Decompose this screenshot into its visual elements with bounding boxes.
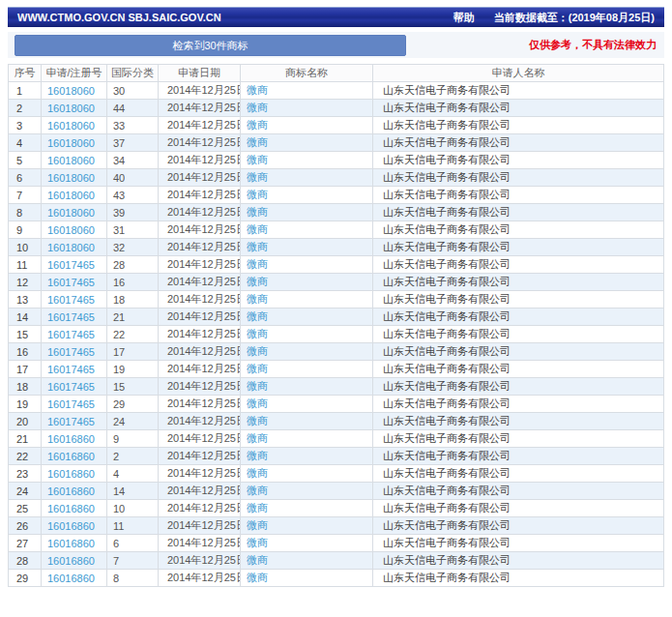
serial-number-cell: 6 — [9, 169, 42, 187]
registration-number-link[interactable]: 16017465 — [47, 381, 95, 393]
registration-number-link[interactable]: 16016860 — [47, 555, 95, 567]
trademark-name-link[interactable]: 微商 — [247, 154, 268, 165]
intl-class-cell: 39 — [107, 204, 159, 221]
registration-number-link[interactable]: 16018060 — [47, 190, 95, 201]
trademark-name-link[interactable]: 微商 — [247, 223, 268, 235]
trademark-name-link[interactable]: 微商 — [247, 206, 268, 218]
intl-class-cell: 16 — [107, 274, 159, 291]
registration-number-link-cell: 16017465 — [42, 343, 107, 361]
trademark-name-link[interactable]: 微商 — [247, 84, 268, 96]
trademark-name-link[interactable]: 微商 — [247, 310, 268, 322]
trademark-name-link[interactable]: 微商 — [247, 328, 268, 339]
trademark-name-link[interactable]: 微商 — [247, 102, 268, 113]
registration-number-link[interactable]: 16016860 — [47, 503, 95, 514]
trademark-name-link[interactable]: 微商 — [247, 171, 268, 183]
registration-number-link[interactable]: 16018060 — [47, 120, 95, 132]
registration-number-link[interactable]: 16016860 — [47, 451, 95, 462]
applicant-name-cell: 山东天信电子商务有限公司 — [373, 291, 664, 308]
registration-number-link[interactable]: 16017465 — [47, 416, 95, 427]
trademark-name-link-cell: 微商 — [241, 326, 373, 343]
applicant-name-cell: 山东天信电子商务有限公司 — [373, 396, 664, 413]
registration-number-link[interactable]: 16018060 — [47, 155, 95, 166]
help-link[interactable]: 帮助 — [453, 11, 475, 25]
table-row: 291601686082014年12月25日微商山东天信电子商务有限公司 — [9, 570, 664, 587]
trademark-name-link[interactable]: 微商 — [247, 119, 268, 131]
serial-number-cell: 8 — [9, 204, 42, 221]
trademark-name-link[interactable]: 微商 — [247, 572, 268, 583]
table-row: 1416017465212014年12月25日微商山东天信电子商务有限公司 — [9, 308, 664, 326]
trademark-name-link[interactable]: 微商 — [247, 363, 268, 374]
registration-number-link[interactable]: 16016860 — [47, 485, 95, 497]
registration-number-link[interactable]: 16017465 — [47, 364, 95, 375]
trademark-name-link-cell: 微商 — [241, 378, 373, 396]
registration-number-link-cell: 16018060 — [42, 134, 107, 152]
registration-number-link[interactable]: 16016860 — [47, 538, 95, 549]
table-row: 516018060342014年12月25日微商山东天信电子商务有限公司 — [9, 152, 664, 169]
table-row: 1716017465192014年12月25日微商山东天信电子商务有限公司 — [9, 361, 664, 378]
table-row: 2416016860142014年12月25日微商山东天信电子商务有限公司 — [9, 483, 664, 500]
registration-number-link[interactable]: 16018060 — [47, 103, 95, 114]
trademark-name-link[interactable]: 微商 — [247, 276, 268, 287]
trademark-name-link[interactable]: 微商 — [247, 450, 268, 461]
table-row: 2516016860102014年12月25日微商山东天信电子商务有限公司 — [9, 500, 664, 517]
application-date-cell: 2014年12月25日 — [159, 221, 241, 239]
registration-number-link[interactable]: 16018060 — [47, 137, 95, 149]
registration-number-link[interactable]: 16016860 — [47, 468, 95, 480]
applicant-name-cell: 山东天信电子商务有限公司 — [373, 221, 664, 239]
trademark-name-link[interactable]: 微商 — [247, 397, 268, 409]
registration-number-link-cell: 16016860 — [42, 465, 107, 483]
registration-number-link[interactable]: 16018060 — [47, 207, 95, 219]
trademark-name-link[interactable]: 微商 — [247, 380, 268, 392]
registration-number-link-cell: 16017465 — [42, 413, 107, 430]
trademark-name-link[interactable]: 微商 — [247, 415, 268, 426]
intl-class-cell: 32 — [107, 239, 159, 256]
table-header-row: 序号 申请/注册号 国际分类 申请日期 商标名称 申请人名称 — [9, 65, 664, 82]
serial-number-cell: 2 — [9, 100, 42, 117]
registration-number-link-cell: 16016860 — [42, 500, 107, 517]
applicant-name-cell: 山东天信电子商务有限公司 — [373, 326, 664, 343]
applicant-name-cell: 山东天信电子商务有限公司 — [373, 517, 664, 535]
trademark-name-link[interactable]: 微商 — [247, 519, 268, 531]
registration-number-link[interactable]: 16018060 — [47, 172, 95, 184]
intl-class-cell: 30 — [107, 82, 159, 100]
trademark-name-link[interactable]: 微商 — [247, 537, 268, 548]
intl-class-cell: 10 — [107, 500, 159, 517]
registration-number-link[interactable]: 16017465 — [47, 277, 95, 288]
registration-number-link-cell: 16017465 — [42, 396, 107, 413]
intl-class-cell: 24 — [107, 413, 159, 430]
registration-number-link[interactable]: 16017465 — [47, 294, 95, 306]
trademark-name-link[interactable]: 微商 — [247, 485, 268, 496]
intl-class-cell: 19 — [107, 361, 159, 378]
trademark-name-link[interactable]: 微商 — [247, 345, 268, 357]
registration-number-link[interactable]: 16016860 — [47, 573, 95, 584]
registration-number-link[interactable]: 16016860 — [47, 433, 95, 445]
table-row: 2616016860112014年12月25日微商山东天信电子商务有限公司 — [9, 517, 664, 535]
registration-number-link[interactable]: 16018060 — [47, 85, 95, 97]
trademark-name-link-cell: 微商 — [241, 169, 373, 187]
registration-number-link[interactable]: 16017465 — [47, 311, 95, 323]
trademark-name-link[interactable]: 微商 — [247, 241, 268, 252]
applicant-name-cell: 山东天信电子商务有限公司 — [373, 378, 664, 396]
trademark-name-link[interactable]: 微商 — [247, 554, 268, 566]
trademark-name-link[interactable]: 微商 — [247, 136, 268, 148]
registration-number-link[interactable]: 16017465 — [47, 398, 95, 410]
intl-class-cell: 2 — [107, 448, 159, 465]
applicant-name-cell: 山东天信电子商务有限公司 — [373, 448, 664, 465]
trademark-name-link[interactable]: 微商 — [247, 432, 268, 444]
registration-number-link[interactable]: 16017465 — [47, 259, 95, 271]
registration-number-link[interactable]: 16018060 — [47, 242, 95, 253]
intl-class-cell: 9 — [107, 430, 159, 448]
registration-number-link[interactable]: 16016860 — [47, 520, 95, 532]
trademark-name-link[interactable]: 微商 — [247, 293, 268, 305]
trademark-name-link[interactable]: 微商 — [247, 502, 268, 514]
trademark-name-link[interactable]: 微商 — [247, 189, 268, 200]
trademark-name-link[interactable]: 微商 — [247, 258, 268, 270]
registration-number-link[interactable]: 16017465 — [47, 329, 95, 340]
registration-number-link-cell: 16017465 — [42, 291, 107, 308]
registration-number-link-cell: 16017465 — [42, 361, 107, 378]
header-application-date: 申请日期 — [159, 65, 241, 82]
table-row: 1116017465282014年12月25日微商山东天信电子商务有限公司 — [9, 256, 664, 274]
registration-number-link[interactable]: 16017465 — [47, 346, 95, 358]
trademark-name-link[interactable]: 微商 — [247, 467, 268, 479]
registration-number-link[interactable]: 16018060 — [47, 224, 95, 236]
